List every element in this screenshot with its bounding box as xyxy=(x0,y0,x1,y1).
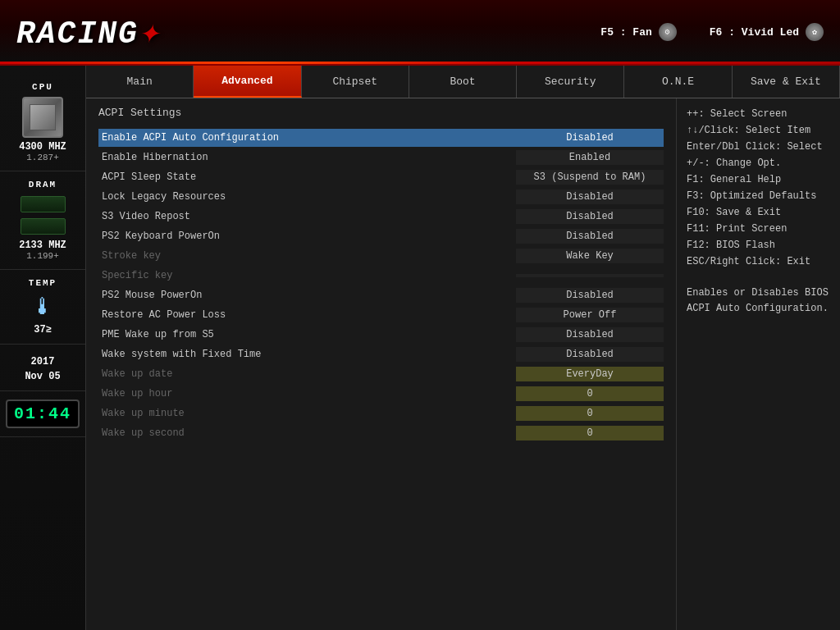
tab-save-exit[interactable]: Save & Exit xyxy=(733,66,840,98)
settings-row-0[interactable]: Enable ACPI Auto ConfigurationDisabled xyxy=(98,129,664,147)
settings-row-9[interactable]: Restore AC Power LossPower Off xyxy=(98,306,664,324)
cpu-label: CPU xyxy=(32,82,53,92)
settings-row-7[interactable]: Specific key xyxy=(98,267,664,285)
date-day: Nov 05 xyxy=(25,371,60,382)
setting-value-5: Disabled xyxy=(516,229,664,244)
setting-name-12: Wake up date xyxy=(98,368,516,380)
settings-row-5[interactable]: PS2 Keyboard PowerOnDisabled xyxy=(98,227,664,245)
setting-value-1: Enabled xyxy=(516,150,664,165)
help-line-8: F12: BIOS Flash xyxy=(687,238,830,253)
settings-panel: ACPI Settings Enable ACPI Auto Configura… xyxy=(86,98,676,630)
help-line-9: ESC/Right Click: Exit xyxy=(687,254,830,269)
settings-row-11[interactable]: Wake system with Fixed TimeDisabled xyxy=(98,345,664,363)
setting-value-12: EveryDay xyxy=(516,367,664,381)
settings-row-4[interactable]: S3 Video RepostDisabled xyxy=(98,208,664,226)
help-line-2: Enter/Dbl Click: Select xyxy=(687,139,830,154)
setting-value-7 xyxy=(516,274,664,277)
setting-name-8: PS2 Mouse PowerOn xyxy=(98,290,516,301)
sidebar-date-section: 2017 Nov 05 xyxy=(0,345,85,391)
settings-row-10[interactable]: PME Wake up from S5Disabled xyxy=(98,326,664,344)
setting-value-4: Disabled xyxy=(516,209,664,224)
temp-icon: 🌡 xyxy=(31,293,54,321)
f6-shortcut[interactable]: F6 : Vivid Led ✿ xyxy=(710,23,824,41)
nav-tabs: MainAdvancedChipsetBootSecurityO.N.ESave… xyxy=(86,66,840,98)
tab-main[interactable]: Main xyxy=(86,66,194,98)
settings-row-1[interactable]: Enable HibernationEnabled xyxy=(98,148,664,167)
setting-value-13: 0 xyxy=(516,386,664,401)
temp-label: TEMP xyxy=(29,278,57,288)
setting-value-0: Disabled xyxy=(516,130,664,145)
sidebar-temp-section: TEMP 🌡 37≥ xyxy=(0,270,85,345)
setting-value-3: Disabled xyxy=(516,189,664,204)
setting-value-9: Power Off xyxy=(516,308,664,322)
setting-name-3: Lock Legacy Resources xyxy=(98,191,516,203)
dram-sticks xyxy=(21,194,66,236)
main-content: ACPI Settings Enable ACPI Auto Configura… xyxy=(86,98,840,630)
help-line-0: ++: Select Screen xyxy=(687,107,830,121)
fan-icon: ⚙ xyxy=(659,23,677,41)
setting-value-8: Disabled xyxy=(516,288,664,303)
thermometer-icon: 🌡 xyxy=(31,293,54,321)
help-line-1: ↑↓/Click: Select Item xyxy=(687,123,830,138)
section-title: ACPI Settings xyxy=(98,107,664,119)
settings-row-6[interactable]: Stroke keyWake Key xyxy=(98,247,664,265)
settings-list: Enable ACPI Auto ConfigurationDisabledEn… xyxy=(98,129,664,442)
setting-name-14: Wake up minute xyxy=(98,408,516,419)
cpu-freq: 4300 MHZ xyxy=(19,141,66,153)
help-line-6: F10: Save & Exit xyxy=(687,205,830,220)
logo-text: RACING✦ xyxy=(16,11,161,53)
cpu-icon xyxy=(22,97,63,138)
tab-security[interactable]: Security xyxy=(517,66,624,98)
tab-boot[interactable]: Boot xyxy=(409,66,517,98)
dram-label: DRAM xyxy=(29,180,57,189)
dram-stick-1 xyxy=(21,196,66,212)
tab-one[interactable]: O.N.E xyxy=(624,66,732,98)
help-panel: ++: Select Screen↑↓/Click: Select ItemEn… xyxy=(676,98,840,630)
setting-name-11: Wake system with Fixed Time xyxy=(98,349,516,360)
temp-value: 37≥ xyxy=(34,324,52,336)
sidebar-dram-section: DRAM 2133 MHZ 1.199+ xyxy=(0,171,85,270)
f5-shortcut[interactable]: F5 : Fan ⚙ xyxy=(600,23,676,41)
setting-value-10: Disabled xyxy=(516,327,664,342)
led-icon: ✿ xyxy=(806,23,824,41)
settings-row-3[interactable]: Lock Legacy ResourcesDisabled xyxy=(98,188,664,206)
setting-name-13: Wake up hour xyxy=(98,388,516,399)
settings-row-15[interactable]: Wake up second0 xyxy=(98,424,664,442)
settings-row-2[interactable]: ACPI Sleep StateS3 (Suspend to RAM) xyxy=(98,168,664,186)
setting-value-2: S3 (Suspend to RAM) xyxy=(516,170,664,185)
setting-name-10: PME Wake up from S5 xyxy=(98,329,516,340)
logo-suffix: ✦ xyxy=(139,14,161,53)
tab-chipset[interactable]: Chipset xyxy=(302,66,409,98)
setting-name-6: Stroke key xyxy=(98,250,516,262)
setting-name-9: Restore AC Power Loss xyxy=(98,309,516,321)
dram-freq: 2133 MHZ xyxy=(19,240,66,251)
header-stripe xyxy=(0,62,840,64)
setting-name-4: S3 Video Repost xyxy=(98,211,516,222)
help-line-3: +/-: Change Opt. xyxy=(687,156,830,171)
logo: RACING✦ xyxy=(16,11,161,53)
header-shortcuts: F5 : Fan ⚙ F6 : Vivid Led ✿ xyxy=(600,23,824,41)
help-line-5: F3: Optimized Defaults xyxy=(687,189,830,203)
settings-row-13[interactable]: Wake up hour0 xyxy=(98,385,664,403)
clock-display: 01:44 xyxy=(6,399,80,428)
help-description: Enables or Disables BIOS ACPI Auto Confi… xyxy=(687,285,830,317)
settings-row-14[interactable]: Wake up minute0 xyxy=(98,404,664,422)
help-line-4: F1: General Help xyxy=(687,172,830,187)
setting-name-0: Enable ACPI Auto Configuration xyxy=(98,132,516,144)
setting-name-7: Specific key xyxy=(98,270,516,281)
settings-row-8[interactable]: PS2 Mouse PowerOnDisabled xyxy=(98,286,664,304)
tab-advanced[interactable]: Advanced xyxy=(194,66,301,98)
f5-key: F5 : Fan xyxy=(600,26,651,39)
setting-value-15: 0 xyxy=(516,426,664,441)
setting-name-2: ACPI Sleep State xyxy=(98,171,516,183)
dram-volt: 1.199+ xyxy=(26,251,59,261)
help-line-7: F11: Print Screen xyxy=(687,221,830,236)
setting-name-1: Enable Hibernation xyxy=(98,152,516,163)
setting-name-5: PS2 Keyboard PowerOn xyxy=(98,231,516,242)
setting-name-15: Wake up second xyxy=(98,427,516,439)
setting-value-14: 0 xyxy=(516,406,664,421)
settings-row-12[interactable]: Wake up dateEveryDay xyxy=(98,365,664,383)
sidebar: CPU 4300 MHZ 1.287+ DRAM 2133 MHZ 1.199+… xyxy=(0,66,86,630)
header: RACING✦ F5 : Fan ⚙ F6 : Vivid Led ✿ xyxy=(0,0,840,66)
sidebar-cpu-section: CPU 4300 MHZ 1.287+ xyxy=(0,74,85,171)
